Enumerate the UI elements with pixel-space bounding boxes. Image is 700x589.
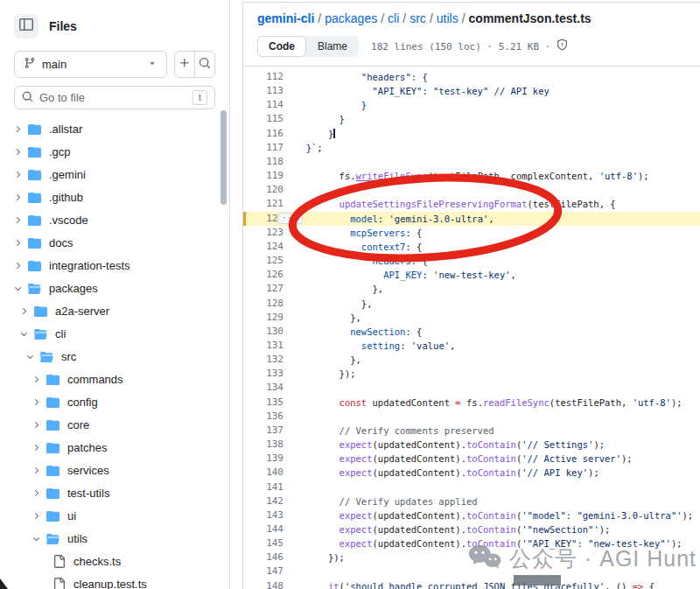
breadcrumb-link-packages[interactable]: packages [325, 11, 377, 25]
line-number[interactable]: 132 [243, 353, 284, 367]
tree-item-.github[interactable]: .github [0, 186, 229, 208]
tab-blame[interactable]: Blame [306, 36, 359, 57]
line-number[interactable]: 148 [243, 579, 284, 589]
chevron-right-icon [12, 169, 23, 179]
line-number[interactable]: 125 [243, 254, 284, 268]
line-number[interactable]: 131 [243, 339, 284, 353]
chevron-right-icon [18, 305, 29, 316]
line-number[interactable]: 145 [243, 536, 284, 550]
tree-item-integration-tests[interactable]: integration-tests [0, 254, 229, 277]
chevron-down-icon [12, 283, 23, 293]
code-line-144: 144 expect(updatedContent).toContain('"n… [243, 522, 700, 536]
line-number[interactable]: 146 [243, 550, 284, 564]
line-number[interactable]: 143 [243, 508, 284, 522]
tree-item-commands[interactable]: commands [0, 368, 229, 390]
tree-item-ui[interactable]: ui [0, 504, 229, 527]
folder-open-icon [34, 326, 48, 340]
line-number[interactable]: 136 [243, 410, 284, 424]
sidebar-scrollbar[interactable] [220, 110, 227, 205]
tree-item-label: config [67, 396, 98, 409]
tree-item-patches[interactable]: patches [0, 436, 229, 459]
shield-icon[interactable] [556, 39, 569, 54]
breadcrumb-link-utils[interactable]: utils [437, 11, 458, 25]
line-number[interactable]: 112 [243, 70, 284, 84]
line-number[interactable]: 115 [243, 112, 284, 126]
line-number[interactable]: 144 [243, 522, 284, 536]
tree-item-test-utils[interactable]: test-utils [0, 481, 229, 504]
line-number[interactable]: 118 [243, 155, 284, 169]
tree-item-.vscode[interactable]: .vscode [0, 208, 229, 231]
line-number[interactable]: 139 [243, 452, 284, 466]
line-number[interactable]: 133 [243, 367, 284, 381]
tree-item-checks.ts[interactable]: checks.ts [0, 550, 229, 572]
folder-icon [46, 372, 60, 386]
line-options-button[interactable]: ··· [277, 213, 303, 224]
line-number[interactable]: 134 [243, 381, 284, 395]
line-number[interactable]: 120 [243, 183, 284, 197]
line-number[interactable]: 121 [243, 197, 284, 211]
tree-item-.gemini[interactable]: .gemini [0, 163, 229, 186]
code-line-140: 140 expect(updatedContent).toContain('//… [243, 466, 700, 480]
tree-item-docs[interactable]: docs [0, 231, 229, 254]
tree-item-label: cli [55, 327, 66, 340]
line-number[interactable]: 124 [243, 240, 284, 254]
code-line-135: 135 const updatedContent = fs.readFileSy… [243, 396, 700, 410]
tree-item-label: .allstar [49, 123, 82, 136]
folder-icon [34, 304, 48, 318]
line-number[interactable]: 142 [243, 494, 284, 508]
tree-item-core[interactable]: core [0, 413, 229, 436]
search-icon [199, 57, 211, 73]
line-number[interactable]: 119 [243, 169, 284, 183]
line-number[interactable]: 123 [243, 226, 284, 240]
search-tree-button[interactable] [195, 52, 214, 77]
code-line-119: 119 fs.writeFileSync(testFilePath, compl… [243, 169, 700, 183]
line-number[interactable]: 135 [243, 396, 284, 410]
line-number[interactable]: 140 [243, 466, 284, 480]
line-content: }, [295, 297, 373, 311]
tree-item-label: integration-tests [49, 259, 130, 272]
plus-icon [178, 57, 191, 73]
breadcrumb-link-src[interactable]: src [410, 11, 426, 25]
line-number[interactable]: 130 [243, 325, 284, 339]
tree-item-utils[interactable]: utils [0, 527, 229, 550]
code-line-147: 147 [243, 564, 700, 578]
chevron-right-icon [31, 374, 41, 384]
line-number[interactable]: 114 [243, 98, 284, 112]
line-number[interactable]: 126 [243, 268, 284, 282]
line-number[interactable]: 127 [243, 282, 284, 296]
tab-code[interactable]: Code [257, 36, 306, 57]
line-number[interactable]: 129 [243, 311, 284, 325]
line-number[interactable]: 128 [243, 297, 284, 311]
tree-item-cleanup.test.ts[interactable]: cleanup.test.ts [0, 572, 229, 589]
breadcrumb-link-cli[interactable]: cli [388, 11, 399, 25]
tree-item-config[interactable]: config [0, 390, 229, 413]
line-number[interactable]: 141 [243, 480, 284, 494]
chevron-right-icon [31, 396, 41, 407]
branch-selector[interactable]: main [14, 51, 167, 78]
code-line-127: 127 }, [243, 282, 700, 296]
tree-item-src[interactable]: src [0, 345, 229, 368]
code-line-130: 130 newSection: { [243, 325, 700, 339]
code-line-131: 131 setting: 'value', [243, 339, 700, 353]
tree-item-label: a2a-server [55, 305, 109, 318]
line-number[interactable]: 116 [243, 127, 284, 141]
tree-item-.allstar[interactable]: .allstar [0, 117, 229, 140]
line-number[interactable]: 137 [243, 424, 284, 438]
tree-item-a2a-server[interactable]: a2a-server [0, 299, 229, 322]
tree-item-services[interactable]: services [0, 459, 229, 481]
tree-item-packages[interactable]: packages [0, 277, 229, 299]
line-number[interactable]: 117 [243, 141, 284, 155]
tree-item-label: commands [67, 373, 123, 386]
line-content: // Verify updates applied [295, 494, 478, 508]
tree-item-cli[interactable]: cli [0, 322, 229, 345]
line-number[interactable]: 138 [243, 438, 284, 452]
new-file-button[interactable] [175, 52, 194, 77]
line-number[interactable]: 147 [243, 564, 284, 578]
tree-item-.gcp[interactable]: .gcp [0, 140, 229, 163]
go-to-file-input[interactable]: Go to file t [14, 86, 215, 109]
breadcrumb-repo-link[interactable]: gemini-cli [257, 11, 314, 25]
code-line-126: 126 API_KEY: 'new-test-key', [243, 268, 700, 282]
sidebar-collapse-button[interactable] [14, 14, 38, 39]
line-number[interactable]: 113 [243, 84, 284, 98]
folder-icon [28, 167, 42, 181]
